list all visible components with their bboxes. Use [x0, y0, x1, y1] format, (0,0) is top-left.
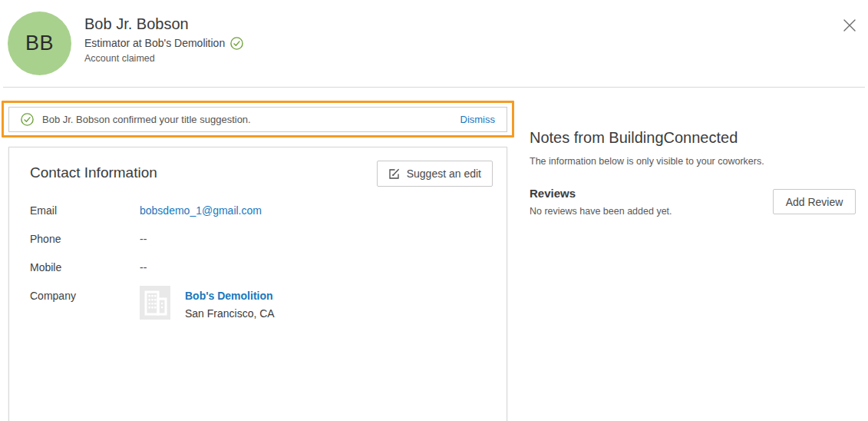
check-circle-icon — [21, 113, 34, 126]
field-row-email: Email bobsdemo_1@gmail.com — [30, 204, 507, 217]
notification-message: Bob Jr. Bobson confirmed your title sugg… — [42, 114, 460, 125]
profile-header: BB Bob Jr. Bobson Estimator at Bob's Dem… — [0, 0, 868, 87]
email-label: Email — [30, 204, 140, 217]
account-status: Account claimed — [84, 52, 243, 65]
suggest-an-edit-button[interactable]: Suggest an edit — [377, 161, 493, 187]
reviews-heading: Reviews — [530, 187, 672, 200]
email-link[interactable]: bobsdemo_1@gmail.com — [140, 204, 262, 217]
reviews-empty-text: No reviews have been added yet. — [530, 206, 672, 217]
add-review-button[interactable]: Add Review — [773, 189, 856, 214]
mobile-label: Mobile — [30, 261, 140, 274]
company-block: Bob's Demolition San Francisco, CA — [140, 286, 275, 320]
notification-highlight-outline: Bob Jr. Bobson confirmed your title sugg… — [2, 101, 514, 138]
header-text: Bob Jr. Bobson Estimator at Bob's Demoli… — [84, 14, 243, 65]
close-icon[interactable] — [840, 15, 860, 35]
dismiss-button[interactable]: Dismiss — [460, 114, 496, 125]
phone-value: -- — [140, 233, 147, 246]
company-location: San Francisco, CA — [185, 307, 275, 320]
contact-information-heading: Contact Information — [30, 164, 157, 181]
field-row-company: Company — [30, 290, 507, 320]
edit-icon — [388, 167, 401, 180]
profile-title-row: Estimator at Bob's Demolition — [84, 36, 243, 50]
field-row-mobile: Mobile -- — [30, 261, 507, 274]
company-name-link[interactable]: Bob's Demolition — [185, 290, 275, 302]
reviews-text-block: Reviews No reviews have been added yet. — [530, 187, 672, 217]
phone-label: Phone — [30, 233, 140, 246]
field-row-phone: Phone -- — [30, 233, 507, 246]
mobile-value: -- — [140, 261, 147, 274]
notes-subtitle: The information below is only visible to… — [530, 155, 856, 167]
notes-heading: Notes from BuildingConnected — [530, 128, 856, 148]
avatar-initials: BB — [25, 31, 54, 55]
check-circle-icon — [230, 37, 243, 50]
reviews-row: Reviews No reviews have been added yet. … — [530, 187, 856, 217]
company-text: Bob's Demolition San Francisco, CA — [185, 286, 275, 320]
building-icon — [140, 286, 170, 320]
contact-fields: Email bobsdemo_1@gmail.com Phone -- Mobi… — [30, 204, 507, 320]
avatar: BB — [8, 12, 71, 75]
notes-panel: Notes from BuildingConnected The informa… — [530, 128, 856, 217]
company-label: Company — [30, 290, 140, 320]
profile-name: Bob Jr. Bobson — [84, 14, 243, 34]
header-divider — [3, 87, 865, 88]
contact-panel-header: Contact Information Suggest an edit — [30, 161, 493, 187]
notification-banner: Bob Jr. Bobson confirmed your title sugg… — [8, 107, 507, 132]
profile-title: Estimator at Bob's Demolition — [84, 36, 225, 50]
contact-information-panel: Contact Information Suggest an edit Emai… — [8, 147, 507, 421]
suggest-an-edit-label: Suggest an edit — [407, 167, 481, 180]
